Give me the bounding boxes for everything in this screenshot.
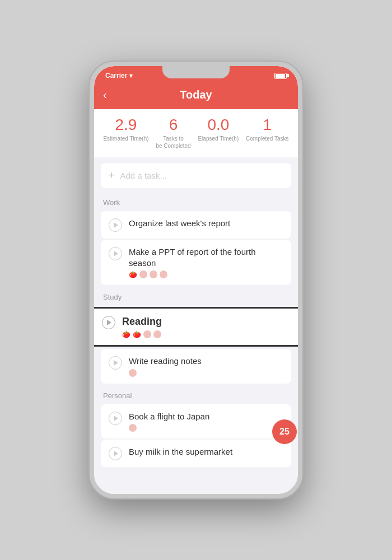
stats-row: 2.9 Estimated Time(h) 6 Tasks tobe Compl… — [94, 109, 298, 157]
play-button-ppt[interactable] — [109, 247, 122, 260]
add-task-plus-icon: + — [109, 170, 115, 181]
stat-elapsed-time: 0.0 Elapsed Time(h) — [198, 117, 239, 150]
time-label: 6:01 PM — [191, 72, 216, 80]
phone-frame: Carrier ▾ 6:01 PM ‹ Today 2.9 Estimated … — [90, 62, 302, 498]
task-title-milk: Buy milk in the supermarket — [129, 446, 283, 458]
section-label-personal: Personal — [94, 385, 298, 403]
battery-icon — [274, 73, 287, 79]
header: ‹ Today — [94, 83, 298, 109]
stat-tasks-to-complete: 6 Tasks tobe Completed — [156, 117, 190, 150]
tomato-reading-filled-2: 🍅 — [133, 330, 141, 338]
task-content-milk: Buy milk in the supermarket — [129, 446, 283, 458]
task-reading[interactable]: Reading 🍅 🍅 — [94, 309, 298, 345]
badge-25: 25 — [272, 419, 297, 444]
tomato-notes-empty — [129, 369, 137, 377]
tomato-reading-filled-1: 🍅 — [122, 330, 130, 338]
add-task-bar[interactable]: + Add a task... — [101, 163, 291, 188]
play-button-reading-notes[interactable] — [109, 356, 122, 370]
task-content-japan: Book a flight to Japan — [129, 411, 283, 432]
stat-estimated-time-value: 2.9 — [115, 117, 137, 133]
phone-screen: Carrier ▾ 6:01 PM ‹ Today 2.9 Estimated … — [94, 66, 298, 494]
section-label-study: Study — [94, 286, 298, 305]
stat-completed-tasks: 1 Completed Tasks — [246, 117, 289, 150]
task-title-reading-notes: Write reading notes — [129, 356, 283, 367]
reading-task-wrapper: Reading 🍅 🍅 — [94, 307, 298, 347]
play-button-japan[interactable] — [109, 412, 122, 425]
tomatoes-ppt: 🍅 — [129, 270, 283, 278]
tomato-empty-1 — [139, 270, 147, 278]
stat-tasks-label: Tasks tobe Completed — [156, 135, 190, 150]
task-title-reading: Reading — [122, 315, 290, 328]
tomatoes-japan — [129, 424, 283, 432]
play-button-organize[interactable] — [109, 218, 122, 232]
stat-tasks-value: 6 — [169, 117, 178, 133]
task-content-reading: Reading 🍅 🍅 — [122, 315, 290, 338]
carrier-label: Carrier — [105, 72, 127, 80]
task-buy-milk[interactable]: Buy milk in the supermarket — [101, 440, 291, 467]
task-organize-report[interactable]: Organize last week's report — [101, 211, 291, 239]
task-ppt-report[interactable]: Make a PPT of report of the fourth seaso… — [101, 240, 291, 285]
tomato-reading-empty-2 — [153, 330, 161, 338]
task-reading-notes[interactable]: Write reading notes — [101, 349, 291, 384]
stat-elapsed-label: Elapsed Time(h) — [198, 135, 239, 142]
play-button-milk[interactable] — [109, 447, 122, 460]
tomato-empty-2 — [150, 270, 157, 278]
task-flight-japan[interactable]: Book a flight to Japan 25 — [101, 404, 291, 439]
play-button-reading[interactable] — [102, 316, 115, 329]
stat-estimated-time: 2.9 Estimated Time(h) — [103, 117, 148, 150]
tomatoes-reading-notes — [129, 369, 283, 377]
badge-value: 25 — [279, 427, 290, 437]
task-list: Work Organize last week's report Make a … — [94, 192, 298, 494]
tomato-empty-3 — [160, 270, 167, 278]
task-content-organize: Organize last week's report — [129, 218, 283, 229]
back-button[interactable]: ‹ — [103, 88, 107, 101]
tomato-filled-1: 🍅 — [129, 270, 137, 278]
wifi-icon: ▾ — [129, 72, 133, 80]
section-label-work: Work — [94, 192, 298, 210]
task-title-ppt: Make a PPT of report of the fourth seaso… — [129, 246, 283, 268]
task-title-japan: Book a flight to Japan — [129, 411, 283, 422]
task-content-ppt: Make a PPT of report of the fourth seaso… — [129, 246, 283, 278]
stat-elapsed-value: 0.0 — [207, 117, 229, 133]
task-title-organize: Organize last week's report — [129, 218, 283, 229]
stat-estimated-time-label: Estimated Time(h) — [103, 135, 148, 142]
tomato-japan-empty — [129, 424, 137, 432]
stat-completed-label: Completed Tasks — [246, 135, 289, 142]
task-content-reading-notes: Write reading notes — [129, 356, 283, 377]
status-bar: Carrier ▾ 6:01 PM — [94, 66, 298, 83]
tomatoes-reading: 🍅 🍅 — [122, 330, 290, 338]
page-title: Today — [180, 88, 212, 101]
add-task-placeholder: Add a task... — [120, 171, 167, 180]
tomato-reading-empty-1 — [143, 330, 151, 338]
stat-completed-value: 1 — [263, 117, 272, 133]
